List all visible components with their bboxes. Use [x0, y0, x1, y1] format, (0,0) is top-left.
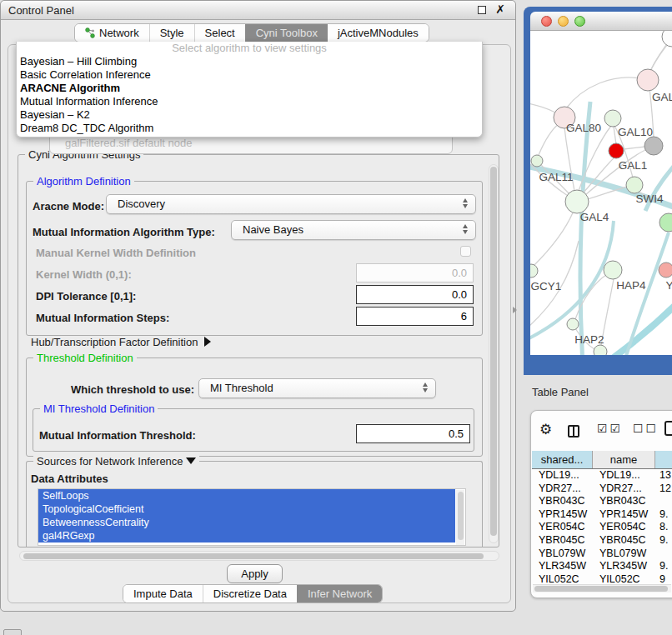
network-node[interactable] [609, 143, 624, 158]
table-cell[interactable]: YLR345W [532, 560, 593, 573]
table-cell[interactable]: YBL079W [532, 548, 593, 561]
network-node[interactable] [604, 110, 621, 127]
table-row[interactable]: YER054CYER054C8. [532, 521, 672, 534]
network-node[interactable] [604, 261, 622, 279]
table-cell[interactable]: 12 [655, 482, 672, 496]
table-cell[interactable]: YER054C [593, 521, 655, 534]
gear-icon[interactable]: ⚙ [539, 422, 552, 437]
network-edge[interactable] [624, 232, 669, 355]
table-cell[interactable]: YLR345W [593, 560, 655, 573]
table-cell[interactable]: YIL052C [593, 573, 655, 582]
zoom-traffic-light-icon[interactable] [574, 16, 585, 27]
network-node[interactable] [594, 345, 607, 355]
network-edge[interactable] [595, 296, 672, 355]
table-row[interactable]: YDR27...YDR27...12 [532, 482, 672, 496]
table-cell[interactable]: 9. [655, 560, 672, 573]
algorithm-item-bayesian-k2[interactable]: Bayesian – K2 [17, 108, 482, 122]
table-row[interactable]: YIL052CYIL052C9 [532, 573, 672, 582]
expand-arrow-icon[interactable] [204, 337, 211, 347]
table-cell[interactable]: YDL19... [593, 469, 655, 482]
panel-divider-handle[interactable] [513, 307, 517, 313]
close-window-icon[interactable]: ✗ [495, 2, 505, 16]
unchecked-boxes-icon[interactable]: ☐☐ [633, 422, 659, 435]
table-cell[interactable]: YBR043C [532, 495, 593, 508]
column-header-shared[interactable]: shared... [532, 451, 593, 468]
network-node[interactable] [662, 31, 672, 47]
minimize-traffic-light-icon[interactable] [558, 16, 569, 27]
network-node[interactable] [626, 177, 643, 193]
table-row[interactable]: YBL079WYBL079W [532, 548, 672, 561]
column-header-name[interactable]: name [593, 451, 655, 468]
table-cell[interactable]: 9 [655, 573, 672, 582]
tab-style[interactable]: Style [149, 24, 194, 42]
attribute-item-gal4rgexp[interactable]: gal4RGexp [38, 529, 455, 542]
network-node[interactable] [637, 69, 659, 91]
table-cell[interactable]: YPR145W [593, 508, 655, 522]
close-traffic-light-icon[interactable] [541, 16, 552, 27]
column-header-a[interactable]: A [655, 451, 672, 468]
table-cell[interactable]: 9. [655, 508, 672, 522]
attribute-item-topologicalcoefficient[interactable]: TopologicalCoefficient [38, 502, 455, 516]
hub-section-label[interactable]: Hub/Transcription Factor Definition [31, 336, 211, 348]
mi-steps-field[interactable]: 6 [356, 307, 474, 326]
attributes-scrollbar[interactable] [456, 490, 464, 545]
which-threshold-combobox[interactable]: MI Threshold [198, 378, 436, 398]
apply-button[interactable]: Apply [227, 564, 283, 583]
tab-select[interactable]: Select [194, 24, 245, 42]
table-cell[interactable]: 8. [655, 521, 672, 534]
algorithm-item-basic-correlation-inference[interactable]: Basic Correlation Inference [17, 68, 482, 82]
algorithm-item-bayesian-hill-climbing[interactable]: Bayesian – Hill Climbing [17, 55, 482, 68]
column-layout-icon[interactable] [568, 425, 579, 438]
network-edge[interactable] [580, 102, 590, 355]
table-cell[interactable]: YIL052C [532, 573, 593, 582]
table-cell[interactable]: YDL19... [532, 469, 593, 482]
table-cell[interactable]: YBL079W [593, 548, 655, 561]
table-cell[interactable]: YBR043C [593, 495, 655, 508]
network-node[interactable] [567, 318, 579, 330]
kernel-width-field[interactable]: 0.0 [356, 263, 474, 282]
table-cell[interactable]: YDR27... [532, 482, 593, 496]
aracne-mode-combobox[interactable]: Discovery [106, 194, 476, 214]
settings-vertical-scrollbar[interactable] [489, 164, 499, 543]
collapse-arrow-icon[interactable] [186, 458, 196, 464]
attribute-item-betweennesscentrality[interactable]: BetweennessCentrality [38, 516, 455, 529]
table-row[interactable]: YBR043CYBR043C [532, 495, 672, 508]
float-window-icon[interactable] [478, 6, 486, 14]
data-attributes-list[interactable]: SelfLoopsTopologicalCoefficientBetweenne… [38, 488, 466, 546]
settings-horizontal-scrollbar[interactable] [19, 551, 499, 561]
algorithm-item-aracne-algorithm[interactable]: ARACNE Algorithm [17, 82, 482, 95]
table-cell[interactable]: YER054C [532, 521, 593, 534]
checked-boxes-icon[interactable]: ☑☑ [597, 422, 623, 435]
dpi-tolerance-field[interactable]: 0.0 [356, 285, 474, 304]
tab-network[interactable]: Network [75, 24, 149, 42]
network-edge[interactable] [539, 122, 560, 155]
tab-infer-network[interactable]: Infer Network [297, 585, 382, 602]
tab-discretize-data[interactable]: Discretize Data [203, 585, 297, 602]
manual-kernel-checkbox[interactable] [460, 246, 471, 257]
table-options-icon[interactable] [664, 421, 672, 436]
network-node[interactable] [644, 137, 663, 155]
table-cell[interactable]: YPR145W [532, 508, 593, 522]
table-cell[interactable] [655, 548, 672, 561]
table-cell[interactable]: YBR045C [532, 534, 593, 548]
tab-cyni-toolbox[interactable]: Cyni Toolbox [245, 24, 328, 42]
network-edge[interactable] [534, 211, 574, 266]
tab-impute-data[interactable]: Impute Data [123, 585, 203, 602]
attribute-item-selfloops[interactable]: SelfLoops [38, 489, 455, 502]
network-node[interactable] [530, 264, 538, 278]
table-row[interactable]: YLR345WYLR345W9. [532, 560, 672, 573]
table-row[interactable]: YDL19...YDL19...13 [532, 469, 672, 482]
control-panel-titlebar[interactable]: Control Panel ✗ [1, 1, 515, 20]
table-row[interactable]: YPR145WYPR145W9. [532, 508, 672, 522]
network-node[interactable] [659, 213, 672, 232]
algorithm-item-mutual-information-inference[interactable]: Mutual Information Inference [17, 95, 482, 108]
network-edge[interactable] [624, 147, 645, 149]
mi-algorithm-type-combobox[interactable]: Naive Bayes [231, 220, 476, 240]
network-window-titlebar[interactable] [530, 12, 672, 31]
table-cell[interactable] [655, 495, 672, 508]
table-row[interactable]: YBR045CYBR045C9. [532, 534, 672, 548]
network-node[interactable] [531, 155, 543, 167]
tab-jactivemnodules[interactable]: jActiveMNodules [328, 24, 429, 42]
table-cell[interactable]: 13 [655, 469, 672, 482]
collapsed-panel-button[interactable] [3, 629, 22, 635]
